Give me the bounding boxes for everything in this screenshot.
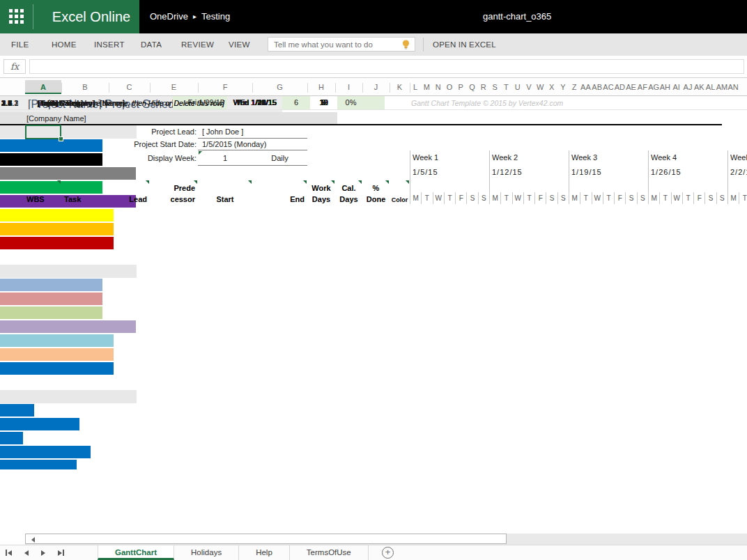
selection-fill-handle[interactable] (59, 137, 63, 141)
column-header-J[interactable]: J (362, 80, 390, 94)
gantt-bar-partial[interactable] (0, 460, 77, 469)
column-header-Z[interactable]: Z (569, 80, 580, 94)
menu-tab-review[interactable]: REVIEW (181, 33, 214, 56)
gantt-bar[interactable] (0, 418, 79, 430)
app-launcher-waffle-icon[interactable] (9, 9, 24, 24)
week-start-date: 1/5/15 (413, 166, 488, 178)
breadcrumb-item[interactable]: Testing (201, 11, 230, 22)
column-header-AB[interactable]: AB (592, 80, 603, 94)
gantt-bar[interactable] (0, 446, 91, 458)
scrollbar-thumb[interactable] (25, 534, 507, 544)
gantt-bar[interactable] (0, 362, 114, 375)
column-header-K[interactable]: K (390, 80, 410, 94)
gantt-bar[interactable] (0, 320, 136, 333)
gantt-bar[interactable] (0, 334, 114, 347)
field-value[interactable]: 1/5/2015 (Monday) (202, 139, 341, 150)
gantt-bar[interactable] (0, 293, 102, 305)
field-unit[interactable]: Daily (252, 150, 307, 166)
open-in-excel-button[interactable]: OPEN IN EXCEL (433, 33, 496, 56)
sheet-tab-termsofuse[interactable]: TermsOfUse (290, 545, 369, 560)
column-header-G[interactable]: G (252, 80, 307, 94)
worksheet-grid[interactable]: [Project Name] Project ScheduleGantt Cha… (0, 96, 747, 534)
next-sheet-icon[interactable] (41, 550, 45, 556)
prev-sheet-icon[interactable] (24, 550, 29, 556)
tell-me-box[interactable] (268, 37, 415, 52)
menu-tab-file[interactable]: FILE (11, 33, 29, 56)
cell-cal-days[interactable]: 8 (310, 96, 337, 109)
column-header-U[interactable]: U (512, 80, 523, 94)
gantt-bar[interactable] (0, 348, 114, 361)
column-header-AH[interactable]: AH (659, 80, 670, 94)
gantt-bar[interactable] (0, 404, 34, 417)
menu-tab-home[interactable]: HOME (52, 33, 77, 56)
column-header-AL[interactable]: AL (704, 80, 716, 94)
column-header-A[interactable]: A (25, 80, 61, 94)
column-header-AM[interactable]: AM (716, 80, 727, 94)
column-header-W[interactable]: W (534, 80, 546, 94)
gantt-bar[interactable] (0, 237, 114, 249)
app-name[interactable]: Excel Online (43, 0, 139, 33)
column-header-P[interactable]: P (455, 80, 466, 94)
field-value[interactable]: 1 (198, 150, 252, 166)
column-header-AE[interactable]: AE (625, 80, 636, 94)
column-header-AI[interactable]: AI (671, 80, 682, 94)
column-header-O[interactable]: O (444, 80, 455, 94)
document-title[interactable]: gantt-chart_o365 (483, 0, 551, 33)
first-sheet-icon[interactable] (6, 550, 12, 556)
gantt-bar[interactable] (0, 167, 136, 180)
column-header-C[interactable]: C (109, 80, 150, 94)
column-header-H[interactable]: H (307, 80, 335, 94)
column-header-F[interactable]: F (198, 80, 252, 94)
column-header-AK[interactable]: AK (693, 80, 704, 94)
column-header-X[interactable]: X (546, 80, 557, 94)
column-header-I[interactable]: I (335, 80, 362, 94)
column-header-R[interactable]: R (478, 80, 489, 94)
sheet-nav-buttons (6, 550, 64, 556)
gantt-bar[interactable] (0, 209, 114, 221)
field-value[interactable]: [ John Doe ] (202, 125, 341, 139)
column-header-AD[interactable]: AD (614, 80, 625, 94)
menu-tab-data[interactable]: DATA (141, 33, 162, 56)
formula-input[interactable] (29, 59, 744, 74)
fx-icon[interactable]: fx (3, 59, 26, 74)
cell-pct-done[interactable]: 0% (337, 96, 364, 109)
breadcrumb-item[interactable]: OneDrive (150, 11, 188, 22)
column-header-S[interactable]: S (489, 80, 500, 94)
company-name-cell[interactable]: [Company Name] (26, 112, 166, 125)
column-header-B[interactable]: B (61, 80, 109, 94)
column-header-V[interactable]: V (523, 80, 534, 94)
table-row-24: 2.6[Task]Tue 1/13/15Thu 1/22/157100%6 (0, 348, 722, 362)
tell-me-input[interactable] (268, 38, 403, 51)
cell-task[interactable]: [Task] (38, 96, 288, 110)
sheet-tab-holidays[interactable]: Holidays (174, 545, 239, 560)
menu-tab-insert[interactable]: INSERT (94, 33, 125, 56)
cell-wbs[interactable]: 3.4 (1, 96, 43, 110)
menu-tab-view[interactable]: VIEW (229, 33, 250, 56)
column-header-Y[interactable]: Y (557, 80, 569, 94)
cell-color-code[interactable] (364, 96, 385, 109)
column-header-AJ[interactable]: AJ (682, 80, 693, 94)
column-header-AF[interactable]: AF (637, 80, 648, 94)
gantt-bar[interactable] (0, 306, 102, 319)
sheet-tab-ganttchart[interactable]: GanttChart (98, 545, 174, 560)
column-header-AG[interactable]: AG (648, 80, 659, 94)
last-sheet-icon[interactable] (58, 550, 64, 556)
selected-cell-box[interactable] (25, 125, 61, 139)
gantt-bar[interactable] (0, 181, 102, 194)
column-header-L[interactable]: L (410, 80, 421, 94)
column-header-T[interactable]: T (500, 80, 511, 94)
gantt-bar[interactable] (0, 432, 23, 444)
scroll-left-icon[interactable] (31, 537, 35, 543)
column-header-AN[interactable]: AN (727, 80, 739, 94)
sheet-tab-help[interactable]: Help (239, 545, 290, 560)
gantt-bar[interactable] (0, 279, 102, 291)
add-sheet-icon[interactable]: + (382, 547, 394, 559)
column-header-M[interactable]: M (421, 80, 432, 94)
gantt-bar[interactable] (0, 223, 114, 235)
column-header-AA[interactable]: AA (580, 80, 591, 94)
column-header-AC[interactable]: AC (603, 80, 614, 94)
table-row-31: 3.4[Task]Fri 1/09/15Fri 1/16/15680% (0, 446, 722, 460)
column-header-E[interactable]: E (150, 80, 198, 94)
column-header-Q[interactable]: Q (466, 80, 477, 94)
column-header-N[interactable]: N (433, 80, 444, 94)
